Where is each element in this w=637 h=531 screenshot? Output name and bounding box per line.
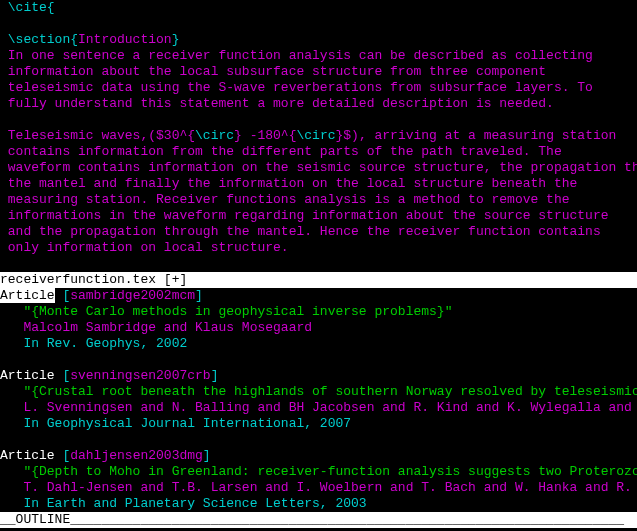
circ-cmd: \circ — [195, 128, 234, 143]
article-authors: Malcolm Sambridge and Klaus Mosegaard — [0, 320, 312, 335]
article-title: "{Crustal root beneath the highlands of … — [0, 384, 637, 399]
bracket: [ — [55, 368, 71, 383]
bracket: ] — [211, 368, 219, 383]
editor-top-pane[interactable]: \cite{ \section{Introduction} In one sen… — [0, 0, 637, 272]
article-keyword[interactable]: Article — [0, 448, 55, 463]
para2-line: informations in the waveform regarding i… — [0, 208, 609, 223]
status-bar: receiverfunction.tex [+] — [0, 272, 637, 288]
outline-pane[interactable]: Article [sambridge2002mcm] "{Monte Carlo… — [0, 288, 637, 528]
para2-line-e: }$), arriving at a measuring station — [336, 128, 617, 143]
section-close: } — [172, 32, 180, 47]
article-pub: In Rev. Geophys, 2002 — [0, 336, 187, 351]
bracket: [ — [55, 288, 71, 303]
para2-line: and the propagation through the mantel. … — [0, 224, 601, 239]
para2-line: measuring station. Receiver functions an… — [0, 192, 570, 207]
para1-line: In one sentence a receiver function anal… — [0, 48, 593, 63]
para2-line: the mantel and finally the information o… — [0, 176, 577, 191]
citekey[interactable]: svenningsen2007crb — [70, 368, 210, 383]
para2-line: contains information from the different … — [0, 144, 562, 159]
para2-line: waveform contains information on the sei… — [0, 160, 637, 175]
article-title: "{Depth to Moho in Greenland: receiver-f… — [0, 464, 637, 479]
article-title: "{Monte Carlo methods in geophysical inv… — [0, 304, 452, 319]
bracket: ] — [203, 448, 211, 463]
para1-line: teleseismic data using the S-wave reverb… — [0, 80, 593, 95]
citekey[interactable]: sambridge2002mcm — [70, 288, 195, 303]
article-authors: L. Svenningsen and N. Balling and BH Jac… — [0, 400, 637, 415]
article-authors: T. Dahl-Jensen and T.B. Larsen and I. Wo… — [0, 480, 637, 495]
bracket: [ — [55, 448, 71, 463]
outline-ruler: __OUTLINE_______________________________… — [0, 512, 637, 528]
para1-line: fully understand this statement a more d… — [0, 96, 554, 111]
article-pub: In Earth and Planetary Science Letters, … — [0, 496, 367, 511]
para2-line-a: Teleseismic waves,($30^{ — [0, 128, 195, 143]
citekey[interactable]: dahljensen2003dmg — [70, 448, 203, 463]
section-open: \section{ — [0, 32, 78, 47]
para2-line-c: } -180^{ — [234, 128, 296, 143]
bracket: ] — [195, 288, 203, 303]
para2-line: only information on local structure. — [0, 240, 289, 255]
cite-command: \cite{ — [0, 0, 55, 15]
article-keyword[interactable]: Article — [0, 368, 55, 383]
article-keyword[interactable]: Article — [0, 288, 55, 303]
section-title: Introduction — [78, 32, 172, 47]
para1-line: information about the local subsurface s… — [0, 64, 546, 79]
article-pub: In Geophysical Journal International, 20… — [0, 416, 351, 431]
circ-cmd: \circ — [296, 128, 335, 143]
